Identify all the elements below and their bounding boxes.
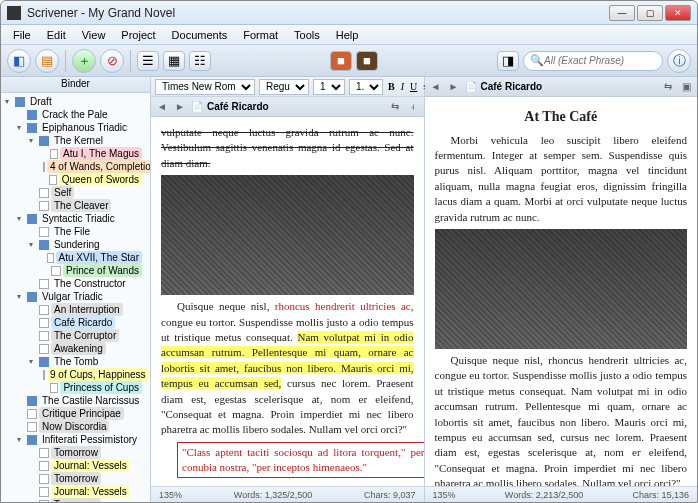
document-icon (39, 448, 49, 458)
document-icon (47, 253, 53, 263)
search-box[interactable]: 🔍 (523, 51, 663, 71)
binder-item-label: The Corruptor (51, 329, 119, 342)
binder-item[interactable]: The Constructor (29, 277, 144, 290)
binder-item[interactable]: The Castile Narcissus (17, 394, 146, 407)
minimize-button[interactable]: — (609, 5, 635, 21)
binder-item-label: The Kernel (51, 134, 106, 147)
corkboard-button[interactable]: ■ (356, 51, 378, 71)
font-style-select[interactable]: Regular (259, 79, 309, 95)
binder-item[interactable]: ▾Draft (5, 95, 148, 108)
binder-item[interactable]: Tomorrow (29, 472, 144, 485)
binder-item[interactable]: Tomorrow (29, 498, 144, 502)
binder-item[interactable]: Prince of Wands (41, 264, 142, 277)
binder-item-label: The Tomb (51, 355, 101, 368)
binder-item[interactable]: ▾The Kernel (29, 134, 144, 147)
binder-tree[interactable]: ▾DraftCrack the Pale▾Epiphanous Triadic▾… (1, 93, 150, 502)
bold-button[interactable]: B (387, 79, 396, 95)
binder-item[interactable]: ▾The Tomb (29, 355, 144, 368)
nav-fwd-button[interactable]: ► (173, 101, 187, 112)
editor-right-header: ◄ ► 📄 Café Ricardo ⇆ ▣ (425, 77, 698, 97)
font-family-select[interactable]: Times New Roman (155, 79, 255, 95)
binder-item[interactable]: Critique Principae (17, 407, 146, 420)
binder-item[interactable]: Self (29, 186, 144, 199)
compile-button[interactable]: ■ (330, 51, 352, 71)
binder-item[interactable]: Café Ricardo (29, 316, 144, 329)
zoom-level[interactable]: 135% (433, 490, 456, 500)
nav-fwd-button[interactable]: ► (447, 81, 461, 92)
underline-button[interactable]: U (409, 79, 418, 95)
split-h-button[interactable]: ⇆ (388, 101, 402, 112)
close-button[interactable]: ✕ (665, 5, 691, 21)
binder-item[interactable]: Now Discordia (17, 420, 146, 433)
menu-edit[interactable]: Edit (39, 27, 74, 43)
binder-item-label: Epiphanous Triadic (39, 121, 130, 134)
folder-icon (39, 240, 49, 250)
editor-right-body[interactable]: At The Café Morbi vehicula leo suscipit … (425, 97, 698, 486)
nav-back-button[interactable]: ◄ (429, 81, 443, 92)
binder-item-label: Café Ricardo (51, 316, 115, 329)
collections-button[interactable]: ▤ (35, 49, 59, 73)
binder-item[interactable]: The Corruptor (29, 329, 144, 342)
line-spacing-select[interactable]: 1.0x (349, 79, 383, 95)
font-size-select[interactable]: 12 (313, 79, 345, 95)
delete-button[interactable]: ⊘ (100, 49, 124, 73)
split-v-button[interactable]: ⫞ (406, 101, 420, 112)
view-outline-button[interactable]: ☷ (189, 51, 211, 71)
binder-item[interactable]: ▾Epiphanous Triadic (17, 121, 146, 134)
binder-item[interactable]: Queen of Swords (41, 173, 142, 186)
nav-back-button[interactable]: ◄ (155, 101, 169, 112)
main-toolbar: ◧ ▤ ＋ ⊘ ☰ ▦ ☷ ■ ■ ◨ 🔍 ⓘ (1, 45, 697, 77)
binder-item-label: Prince of Wands (63, 264, 142, 277)
folder-icon (27, 292, 37, 302)
zoom-level[interactable]: 135% (159, 490, 182, 500)
menu-tools[interactable]: Tools (286, 27, 328, 43)
doc-title-left: Café Ricardo (207, 101, 384, 112)
binder-header: Binder (1, 77, 150, 93)
binder-item[interactable]: 4 of Wands, Completion (41, 160, 142, 173)
menu-documents[interactable]: Documents (164, 27, 236, 43)
split-h-button[interactable]: ⇆ (661, 81, 675, 92)
maximize-button[interactable]: ▢ (637, 5, 663, 21)
binder-item[interactable]: Princess of Cups (41, 381, 142, 394)
binder-item[interactable]: The File (29, 225, 144, 238)
embedded-image (435, 229, 688, 349)
embedded-image (161, 175, 414, 295)
document-icon (39, 279, 49, 289)
binder-item[interactable]: ▾Syntactic Triadic (17, 212, 146, 225)
add-button[interactable]: ＋ (72, 49, 96, 73)
menu-project[interactable]: Project (113, 27, 163, 43)
document-icon (27, 409, 37, 419)
search-input[interactable] (544, 55, 656, 66)
binder-toggle-button[interactable]: ◧ (7, 49, 31, 73)
binder-item[interactable]: 9 of Cups, Happiness (41, 368, 142, 381)
binder-item[interactable]: Atu I, The Magus (41, 147, 142, 160)
menu-file[interactable]: File (5, 27, 39, 43)
inspector-toggle-button[interactable]: ◨ (497, 51, 519, 71)
document-icon (43, 370, 45, 380)
editor-left-body[interactable]: vulputate neque luctus gravida rutrum ac… (151, 117, 424, 486)
italic-button[interactable]: I (400, 79, 405, 95)
binder-item[interactable]: Crack the Pale (17, 108, 146, 121)
info-button[interactable]: ⓘ (667, 49, 691, 73)
binder-item[interactable]: ▾Infiterati Pessimistory (17, 433, 146, 446)
binder-item[interactable]: Atu XVII, The Star (41, 251, 142, 264)
binder-item[interactable]: ▾Sundering (29, 238, 144, 251)
view-single-button[interactable]: ☰ (137, 51, 159, 71)
document-icon (39, 305, 49, 315)
document-icon (39, 318, 49, 328)
binder-item[interactable]: An Interruption (29, 303, 144, 316)
struck-text: vulputate neque luctus gravida rutrum ac… (161, 125, 414, 171)
menu-help[interactable]: Help (328, 27, 367, 43)
view-cork-button[interactable]: ▦ (163, 51, 185, 71)
binder-item[interactable]: ▾Vulgar Triadic (17, 290, 146, 303)
binder-item[interactable]: Journal: Vessels (29, 485, 144, 498)
binder-item[interactable]: Journal: Vessels (29, 459, 144, 472)
document-icon (51, 266, 61, 276)
split-close-button[interactable]: ▣ (679, 81, 693, 92)
binder-item[interactable]: The Cleaver (29, 199, 144, 212)
menu-view[interactable]: View (74, 27, 114, 43)
editor-right: ◄ ► 📄 Café Ricardo ⇆ ▣ At The Café Morbi… (425, 77, 698, 502)
binder-item[interactable]: Awakening (29, 342, 144, 355)
menu-format[interactable]: Format (235, 27, 286, 43)
binder-item[interactable]: Tomorrow (29, 446, 144, 459)
